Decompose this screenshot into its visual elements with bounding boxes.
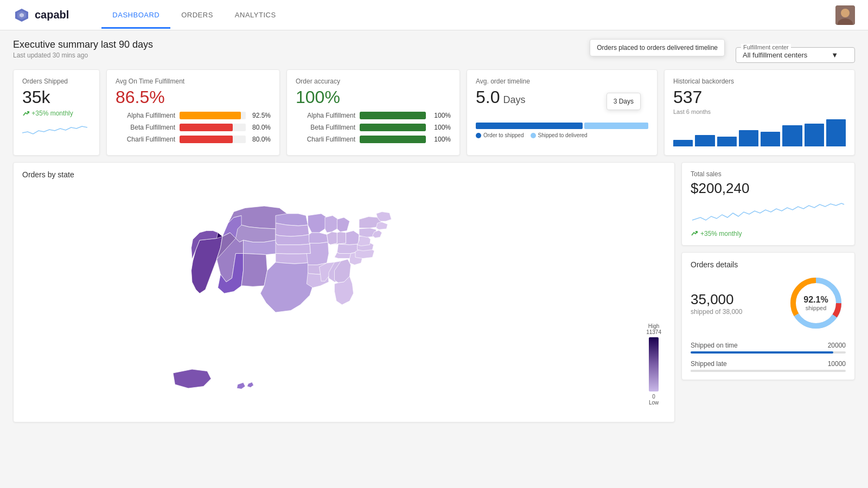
acc-charli-row: Charli Fulfillment 100% [296, 136, 451, 143]
days-tooltip: 3 Days [607, 93, 641, 110]
orders-shipped-of: shipped of 38,000 [691, 308, 777, 316]
avg-on-time-value: 86.5% [116, 87, 271, 107]
shipped-late-track [691, 370, 846, 372]
backorders-mini-chart [673, 119, 846, 146]
sparkline-svg [22, 122, 87, 137]
map-title: Orders by state [22, 170, 666, 179]
historical-backorders-label: Historical backorders [673, 78, 846, 85]
timeline-legend: Order to shipped Shipped to delivered [476, 132, 648, 138]
order-accuracy-card: Order accuracy 100% Alpha Fulfillment 10… [286, 69, 460, 156]
orders-shipped-value: 35k [22, 87, 91, 107]
avg-on-time-label: Avg On Time Fulfillment [116, 78, 271, 85]
donut-pct: 92.1% [803, 295, 828, 305]
legend-low-label: Low [649, 400, 659, 406]
summary-header: Executive summary last 90 days Last upda… [13, 39, 855, 63]
charli-label: Charli Fulfillment [116, 136, 175, 143]
acc-alpha-bar [360, 112, 426, 119]
legend-gradient [649, 337, 659, 391]
legend-shipped-delivered: Shipped to delivered [531, 132, 588, 138]
summary-title: Executive summary last 90 days [13, 39, 153, 50]
charli-track [180, 136, 246, 143]
sales-trend-icon [691, 230, 698, 237]
donut-sub: shipped [803, 305, 828, 311]
orders-details-content: 35,000 shipped of 38,000 [691, 273, 846, 333]
acc-beta-row: Beta Fulfillment 100% [296, 124, 451, 131]
orders-details-title: Orders details [691, 260, 846, 269]
timeline-tooltip: Orders placed to orders delivered timeli… [590, 39, 725, 56]
shipped-late-section: Shipped late 10000 [691, 360, 846, 372]
acc-charli-pct: 100% [430, 136, 451, 143]
avg-timeline-card: Avg. order timeline 5.0 Days 3 Days Orde… [467, 69, 658, 156]
shipped-late-value: 10000 [828, 360, 846, 368]
shipped-on-time-value: 20000 [828, 342, 846, 349]
beta-row: Beta Fulfillment 80.0% [116, 124, 271, 131]
map-legend: High 11374 0 Low [646, 323, 661, 406]
sales-sparkline [691, 201, 846, 228]
legend-low-value: 0 [652, 394, 655, 400]
avg-timeline-unit: Days [503, 94, 525, 106]
mini-bar-7 [805, 124, 824, 146]
charli-row: Charli Fulfillment 80.0% [116, 136, 271, 143]
fulfillment-center-wrapper: Fulfillment center All fulfillment cente… [736, 39, 855, 63]
header: capabl DASHBOARD ORDERS ANALYTICS [0, 0, 868, 30]
legend-high-value: 11374 [646, 329, 661, 335]
acc-alpha-pct: 100% [430, 112, 451, 119]
mini-bar-3 [717, 137, 737, 146]
mini-bar-4 [739, 130, 758, 146]
shipped-late-bar [691, 370, 731, 372]
orders-shipped-count: 35,000 [691, 291, 777, 308]
main-nav: DASHBOARD ORDERS ANALYTICS [101, 1, 835, 29]
shipped-on-time-track [691, 351, 846, 354]
nav-orders[interactable]: ORDERS [170, 1, 224, 29]
total-sales-value: $200,240 [691, 180, 846, 197]
header-right [835, 5, 855, 25]
orders-shipped-card: Orders Shipped 35k +35% monthly [13, 69, 100, 156]
avg-timeline-label: Avg. order timeline [476, 78, 648, 85]
avg-on-time-card: Avg On Time Fulfillment 86.5% Alpha Fulf… [106, 69, 280, 156]
acc-beta-label: Beta Fulfillment [296, 124, 355, 131]
legend-order-shipped: Order to shipped [476, 132, 524, 138]
shipped-late-label: Shipped late [691, 360, 727, 368]
sparkline [22, 122, 91, 139]
tooltip-text: Orders placed to orders delivered timeli… [597, 44, 718, 52]
mini-bar-8 [826, 119, 846, 146]
acc-charli-track [360, 136, 426, 143]
alpha-row: Alpha Fulfillment 92.5% [116, 112, 271, 119]
avatar[interactable] [835, 5, 855, 25]
order-accuracy-value: 100% [296, 87, 451, 107]
acc-alpha-track [360, 112, 426, 119]
nav-dashboard[interactable]: DASHBOARD [101, 1, 170, 29]
summary-text: Executive summary last 90 days Last upda… [13, 39, 153, 59]
logo: capabl [13, 7, 69, 24]
acc-charli-label: Charli Fulfillment [296, 136, 355, 143]
orders-shipped-label: Orders Shipped [22, 78, 91, 85]
svg-point-4 [841, 9, 850, 17]
historical-backorders-subtitle: Last 6 months [673, 108, 846, 115]
main-content: Executive summary last 90 days Last upda… [0, 30, 868, 431]
total-sales-label: Total sales [691, 170, 846, 178]
mini-bar-6 [782, 125, 802, 146]
alpha-label: Alpha Fulfillment [116, 112, 175, 119]
acc-alpha-row: Alpha Fulfillment 100% [296, 112, 451, 119]
right-panel: Total sales $200,240 +35% monthly [681, 162, 855, 422]
shipped-on-time-row: Shipped on time 20000 [691, 342, 846, 349]
shipped-on-time-bar [691, 351, 833, 354]
alpha-bar [180, 112, 241, 119]
donut-label: 92.1% shipped [803, 295, 828, 311]
acc-beta-track [360, 124, 426, 131]
alpha-track [180, 112, 246, 119]
logo-icon [13, 7, 30, 24]
charli-bar [180, 136, 233, 143]
total-sales-card: Total sales $200,240 +35% monthly [681, 162, 855, 246]
historical-backorders-value: 537 [673, 87, 846, 107]
us-map-svg [22, 183, 666, 411]
order-accuracy-bars: Alpha Fulfillment 100% Beta Fulfillment … [296, 112, 451, 143]
avg-on-time-bars: Alpha Fulfillment 92.5% Beta Fulfillment… [116, 112, 271, 143]
nav-analytics[interactable]: ANALYTICS [224, 1, 287, 29]
acc-alpha-label: Alpha Fulfillment [296, 112, 355, 119]
acc-charli-bar [360, 136, 426, 143]
shipped-to-delivered-bar [584, 123, 648, 129]
charli-pct: 80.0% [250, 136, 271, 143]
bottom-row: Orders by state [13, 162, 855, 422]
orders-details-card: Orders details 35,000 shipped of 38,000 [681, 252, 855, 380]
